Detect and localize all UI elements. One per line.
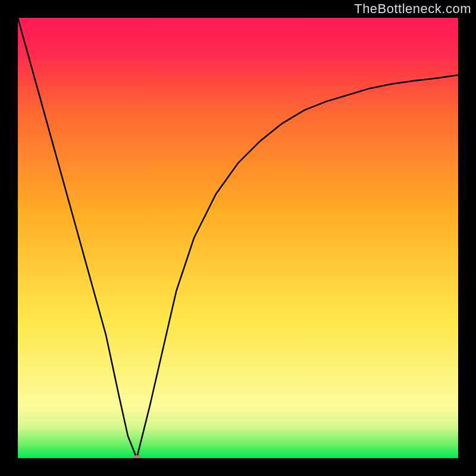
min-point-marker [133,455,141,458]
bottleneck-curve [18,18,458,458]
watermark-text: TheBottleneck.com [354,1,471,17]
plot-area [18,18,458,458]
chart-frame: TheBottleneck.com [0,0,476,476]
curve-path [18,18,458,458]
